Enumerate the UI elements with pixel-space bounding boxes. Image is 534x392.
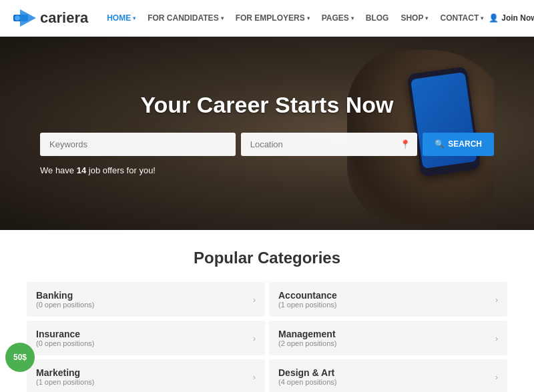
cat-count: (2 open positions) <box>278 339 336 347</box>
location-input[interactable] <box>241 133 418 156</box>
hero-content: Your Career Starts Now 📍 🔍 SEARCH We hav… <box>0 92 534 175</box>
hero-subtitle: We have 14 job offers for you! <box>40 165 494 175</box>
hero-title: Your Career Starts Now <box>27 92 507 118</box>
cat-name: Management <box>278 329 336 339</box>
categories-title: Popular Categories <box>27 249 507 267</box>
user-icon: 👤 <box>489 13 499 23</box>
cat-count: (4 open positions) <box>278 378 336 386</box>
logo-icon <box>13 9 36 27</box>
cat-arrow-icon: › <box>253 295 256 305</box>
keywords-input[interactable] <box>40 133 236 156</box>
search-icon: 🔍 <box>435 139 445 149</box>
nav-item-home[interactable]: HOME ▾ <box>101 9 141 27</box>
categories-grid: Banking (0 open positions) › Accountance… <box>27 282 507 392</box>
cat-name: Marketing <box>36 367 94 378</box>
nav-item-contact[interactable]: CONTACT ▾ <box>435 9 489 27</box>
svg-point-2 <box>15 15 20 21</box>
svg-marker-1 <box>20 9 36 27</box>
cat-arrow-icon: › <box>253 333 256 343</box>
category-item[interactable]: Marketing (1 open positions) › <box>27 359 265 392</box>
chevron-down-icon: ▾ <box>351 15 354 21</box>
search-bar: 📍 🔍 SEARCH <box>40 133 494 156</box>
cat-name: Banking <box>36 290 94 301</box>
chevron-down-icon: ▾ <box>481 15 483 21</box>
cat-text: Management (2 open positions) <box>278 329 336 347</box>
logo-text: cariera <box>40 9 88 27</box>
hero-section: Your Career Starts Now 📍 🔍 SEARCH We hav… <box>0 37 534 230</box>
location-pin-icon: 📍 <box>400 139 411 149</box>
chevron-down-icon: ▾ <box>307 15 310 21</box>
join-now-button[interactable]: 👤 Join Now <box>489 13 534 23</box>
category-item[interactable]: Banking (0 open positions) › <box>27 282 265 317</box>
navbar: cariera HOME ▾ FOR CANDIDATES ▾ FOR EMPL… <box>0 0 534 37</box>
nav-right: 👤 Join Now 🛒 0 <box>489 10 534 26</box>
cat-name: Design & Art <box>278 367 336 378</box>
cat-count: (0 open positions) <box>36 301 94 309</box>
category-item[interactable]: Management (2 open positions) › <box>269 321 507 355</box>
category-item[interactable]: Insurance (0 open positions) › <box>27 321 265 355</box>
logo[interactable]: cariera <box>13 9 88 27</box>
cat-text: Marketing (1 open positions) <box>36 367 94 386</box>
search-button[interactable]: 🔍 SEARCH <box>423 133 494 156</box>
chevron-down-icon: ▾ <box>133 15 136 21</box>
chevron-down-icon: ▾ <box>425 15 428 21</box>
cat-arrow-icon: › <box>253 372 256 382</box>
category-item[interactable]: Accountance (1 open positions) › <box>269 282 507 317</box>
location-wrap: 📍 <box>241 133 418 156</box>
cat-text: Accountance (1 open positions) <box>278 290 337 309</box>
chevron-down-icon: ▾ <box>221 15 224 21</box>
cat-text: Insurance (0 open positions) <box>36 329 94 347</box>
cat-name: Accountance <box>278 290 337 301</box>
cat-count: (1 open positions) <box>278 301 337 309</box>
category-item[interactable]: Design & Art (4 open positions) › <box>269 359 507 392</box>
cat-count: (1 open positions) <box>36 378 94 386</box>
cat-name: Insurance <box>36 329 94 339</box>
floating-price-badge[interactable]: 50$ <box>5 343 35 372</box>
cat-arrow-icon: › <box>495 295 498 305</box>
nav-menu: HOME ▾ FOR CANDIDATES ▾ FOR EMPLOYERS ▾ … <box>101 9 489 27</box>
cat-text: Banking (0 open positions) <box>36 290 94 309</box>
nav-item-blog[interactable]: BLOG <box>360 9 394 27</box>
cat-arrow-icon: › <box>495 372 498 382</box>
cat-arrow-icon: › <box>495 333 498 343</box>
categories-section: Popular Categories Banking (0 open posit… <box>0 230 534 392</box>
nav-item-for-employers[interactable]: FOR EMPLOYERS ▾ <box>230 9 315 27</box>
cat-text: Design & Art (4 open positions) <box>278 367 336 386</box>
nav-item-shop[interactable]: SHOP ▾ <box>395 9 433 27</box>
nav-item-for-candidates[interactable]: FOR CANDIDATES ▾ <box>142 9 228 27</box>
cat-count: (0 open positions) <box>36 339 94 347</box>
nav-item-pages[interactable]: PAGES ▾ <box>316 9 359 27</box>
